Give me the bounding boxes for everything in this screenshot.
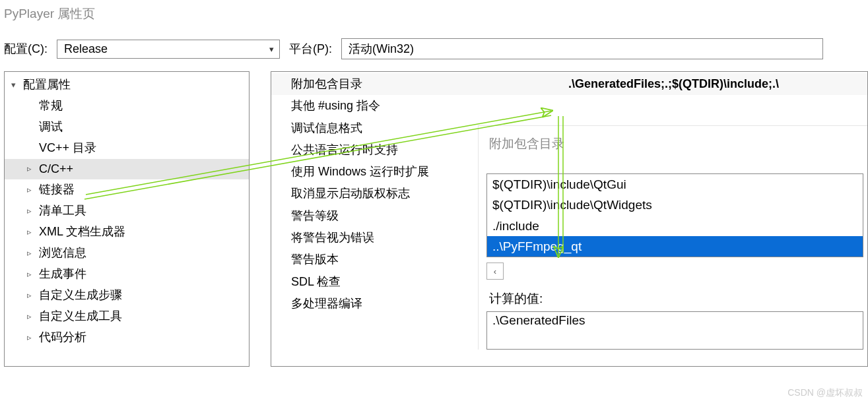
- tree-item[interactable]: ▹C/C++: [5, 159, 249, 180]
- window-title: PyPlayer 属性页: [0, 0, 868, 36]
- list-item[interactable]: ./include: [487, 216, 863, 236]
- tree-item-label: 浏览信息: [39, 244, 86, 263]
- triangle-right-icon: ▹: [27, 289, 39, 302]
- triangle-right-icon: ▹: [27, 183, 39, 197]
- config-combo[interactable]: Release ▾: [57, 40, 280, 59]
- list-item[interactable]: $(QTDIR)\include\QtGui: [487, 174, 863, 195]
- config-label: 配置(C):: [4, 41, 48, 57]
- include-dirs-popup: 附加包含目录 $(QTDIR)\include\QtGui$(QTDIR)\in…: [478, 125, 867, 350]
- tree-item-label: C/C++: [39, 160, 73, 179]
- tree-item-label: 自定义生成工具: [39, 307, 122, 326]
- triangle-down-icon: ▾: [11, 78, 23, 92]
- tree-item-label: 自定义生成步骤: [39, 286, 122, 305]
- tree-root-label: 配置属性: [23, 76, 71, 94]
- computed-value-box: .\GeneratedFiles: [486, 311, 863, 350]
- config-bar: 配置(C): Release ▾ 平台(P): 活动(Win32): [0, 36, 868, 71]
- property-row[interactable]: 附加包含目录.\GeneratedFiles;.;$(QTDIR)\includ…: [271, 73, 867, 95]
- popup-title: 附加包含目录: [486, 133, 863, 173]
- property-value: .\GeneratedFiles;.;$(QTDIR)\include;.\: [555, 73, 779, 95]
- tree-item[interactable]: 调试: [5, 117, 249, 138]
- tree-item-label: 常规: [39, 97, 63, 115]
- triangle-right-icon: ▹: [27, 268, 39, 281]
- triangle-right-icon: ▹: [27, 204, 39, 218]
- tree-item[interactable]: ▹清单工具: [5, 201, 249, 222]
- settings-tree[interactable]: ▾ 配置属性 常规调试VC++ 目录▹C/C++▹链接器▹清单工具▹XML 文档…: [4, 71, 250, 367]
- tree-item[interactable]: VC++ 目录: [5, 138, 249, 159]
- tree-item-label: XML 文档生成器: [39, 223, 125, 241]
- platform-combo[interactable]: 活动(Win32): [341, 38, 823, 59]
- tree-item-label: 链接器: [39, 181, 75, 199]
- tree-item-label: VC++ 目录: [39, 139, 96, 158]
- tree-item-label: 调试: [39, 118, 63, 137]
- computed-value-text: .\GeneratedFiles: [492, 313, 585, 327]
- triangle-right-icon: ▹: [27, 247, 39, 260]
- computed-value-label: 计算的值:: [486, 289, 863, 311]
- triangle-right-icon: ▹: [27, 162, 39, 175]
- tree-item[interactable]: ▹自定义生成工具: [5, 306, 249, 327]
- watermark: CSDN @虚坏叔叔: [787, 387, 863, 399]
- property-name: 附加包含目录: [291, 73, 555, 95]
- scroll-left-icon[interactable]: ‹: [486, 263, 504, 280]
- tree-item-label: 清单工具: [39, 202, 86, 220]
- tree-item[interactable]: ▹自定义生成步骤: [5, 285, 249, 306]
- tree-item[interactable]: ▹XML 文档生成器: [5, 222, 249, 243]
- config-value: Release: [64, 42, 108, 56]
- list-item[interactable]: $(QTDIR)\include\QtWidgets: [487, 195, 863, 215]
- list-item[interactable]: ..\PyFFmpeg_qt: [487, 236, 863, 257]
- triangle-right-icon: ▹: [27, 226, 39, 239]
- tree-item[interactable]: ▹链接器: [5, 179, 249, 201]
- include-dirs-list[interactable]: $(QTDIR)\include\QtGui$(QTDIR)\include\Q…: [486, 173, 863, 257]
- tree-root[interactable]: ▾ 配置属性: [5, 75, 249, 96]
- tree-item-label: 生成事件: [39, 265, 86, 284]
- property-name: 其他 #using 指令: [291, 95, 555, 117]
- tree-item[interactable]: ▹浏览信息: [5, 243, 249, 264]
- platform-label: 平台(P):: [289, 41, 332, 57]
- tree-item-label: 代码分析: [39, 328, 86, 347]
- chevron-down-icon: ▾: [269, 44, 274, 54]
- triangle-right-icon: ▹: [27, 310, 39, 323]
- tree-item[interactable]: 常规: [5, 96, 249, 117]
- property-row[interactable]: 其他 #using 指令: [271, 95, 867, 117]
- triangle-right-icon: ▹: [27, 331, 39, 344]
- platform-value: 活动(Win32): [349, 41, 414, 57]
- tree-item[interactable]: ▹代码分析: [5, 327, 249, 348]
- tree-item[interactable]: ▹生成事件: [5, 264, 249, 285]
- horizontal-scrollbar[interactable]: ‹: [486, 257, 863, 289]
